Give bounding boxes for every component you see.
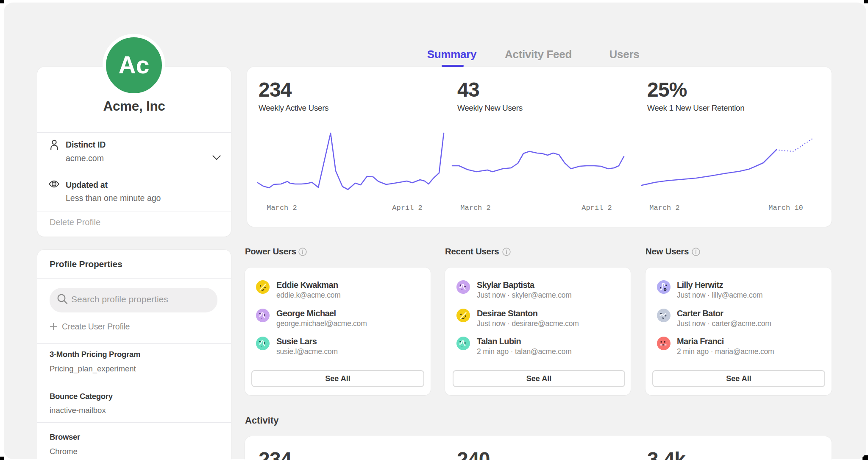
svg-text:March 2: March 2	[649, 204, 679, 212]
svg-text:March 2: March 2	[460, 204, 490, 212]
svg-text:March 2: March 2	[267, 204, 297, 212]
svg-text:March 10: March 10	[768, 204, 803, 212]
svg-text:April 2: April 2	[581, 204, 612, 212]
svg-text:April 2: April 2	[392, 204, 422, 212]
